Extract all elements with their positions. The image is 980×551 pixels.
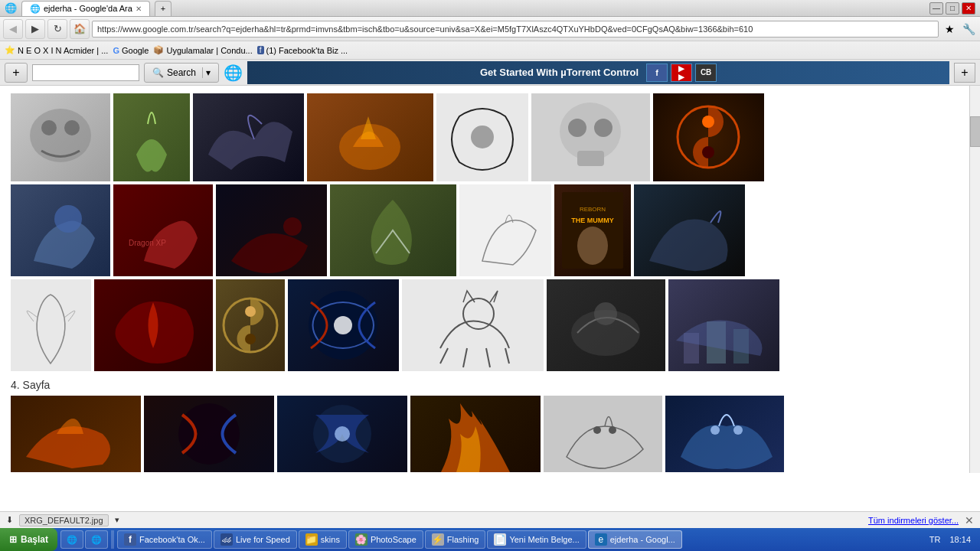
image-horse-fire[interactable] (307, 93, 433, 181)
status-dropdown-arrow[interactable]: ▾ (115, 515, 119, 525)
svg-line-28 (505, 348, 509, 364)
facebook-banner-icon[interactable]: f (646, 64, 668, 82)
image-dark-horse[interactable] (547, 279, 665, 371)
image-red-blue-dragon-circle[interactable] (144, 396, 274, 472)
taskbar-yenimetin[interactable]: 📄 Yeni Metin Belge... (487, 530, 586, 549)
bookmark-item-uygulamalar[interactable]: 📦 Uygulamalar | Condu... (153, 45, 252, 55)
notepad-icon: 📄 (494, 533, 506, 546)
maximize-btn[interactable]: □ (946, 2, 959, 15)
taskbar-flashing[interactable]: ⚡ Flashing (425, 530, 486, 549)
image-black-dragon-swirl[interactable] (436, 93, 528, 181)
utorrent-banner: Get Started With µTorrent Control f ▶▶ C… (247, 61, 949, 84)
bookmark-item-facebook[interactable]: f (1) Facebook'ta Biz ... (257, 46, 348, 55)
taskbar-ejderha[interactable]: e ejderha - Googl... (588, 530, 682, 549)
live-label: Live for Speed (236, 535, 290, 544)
image-fairy-dragon[interactable] (11, 279, 91, 371)
svg-point-7 (594, 119, 612, 137)
toolbar-search-btn[interactable]: 🔍 Search ▾ (144, 63, 219, 83)
window-controls: — □ ✕ (929, 2, 975, 15)
down-arrow-icon: ⬇ (6, 515, 13, 525)
status-bar: ⬇ XRG_DEFAULT2.jpg ▾ Tüm indirmeleri gös… (0, 511, 980, 528)
taskbar-skins[interactable]: 📁 skins (299, 530, 347, 549)
clock: 18:14 (946, 533, 974, 546)
address-bar[interactable]: https://www.google.com.tr/search?q=ejder… (92, 21, 939, 37)
bookmark-item-neoxin[interactable]: ⭐ N E O X I N Acmider | ... (5, 45, 108, 55)
play-banner-icon[interactable]: ▶▶ (671, 64, 692, 82)
taskbar-live[interactable]: 🏎 Live for Speed (214, 530, 297, 549)
image-red-swirl-dragon[interactable] (94, 279, 213, 371)
home-btn[interactable]: 🏠 (70, 19, 90, 39)
image-sketch-dragon-2[interactable] (544, 396, 662, 472)
back-btn[interactable]: ◀ (3, 19, 23, 39)
image-green-tree-dragon[interactable] (330, 184, 456, 276)
browser-tab[interactable]: 🌐 ejderha - Google'da Ara ✕ (21, 1, 150, 16)
taskbar-ie2[interactable]: 🌐 (85, 530, 108, 549)
address-url: https://www.google.com.tr/search?q=ejder… (97, 24, 753, 34)
image-row-2: Dragon XP REB (11, 184, 969, 276)
bookmark-item-google[interactable]: G Google (113, 46, 149, 55)
search-icon: 🔍 (152, 67, 164, 78)
new-tab-btn[interactable]: + (155, 1, 172, 16)
status-close-btn[interactable]: ✕ (965, 514, 974, 527)
minimize-btn[interactable]: — (929, 2, 943, 15)
cb-banner-icon[interactable]: CB (695, 64, 717, 82)
yenimetin-label: Yeni Metin Belge... (509, 535, 579, 544)
image-mummy-poster[interactable]: REBORN THE MUMMY (554, 184, 631, 276)
image-blue-icy-dragon[interactable] (665, 396, 784, 472)
image-row-3 (11, 279, 969, 371)
toolbar: + 🔍 Search ▾ 🌐 Get Started With µTorrent… (0, 60, 980, 86)
image-sketch-dragon[interactable] (459, 184, 551, 276)
image-fire-dragon[interactable] (410, 396, 541, 472)
image-city-dragon[interactable] (668, 279, 779, 371)
page-header: 4. Sayfa (11, 379, 969, 391)
tab-close-btn[interactable]: ✕ (136, 5, 142, 13)
svg-line-26 (463, 348, 467, 367)
bookmarks-bar: ⭐ N E O X I N Acmider | ... G Google 📦 U… (0, 41, 980, 60)
image-blue-round-dragon[interactable] (277, 396, 407, 472)
image-green-dragon[interactable] (113, 93, 190, 181)
title-bar: 🌐 🌐 ejderha - Google'da Ara ✕ + — □ ✕ (0, 0, 980, 17)
image-orange-fire-dragon[interactable] (11, 396, 141, 472)
refresh-btn[interactable]: ↻ (47, 19, 67, 39)
start-icon: ⊞ (9, 534, 17, 545)
image-blue-red-dragon[interactable] (288, 279, 399, 371)
image-cartoon-dragon[interactable] (402, 279, 544, 371)
toolbar-add-btn[interactable]: + (5, 63, 28, 83)
taskbar-photoscape[interactable]: 🌸 PhotoScape (348, 530, 423, 549)
svg-line-25 (440, 348, 448, 364)
image-dark-flying-dragon[interactable] (193, 93, 304, 181)
ejderha-label: ejderha - Googl... (610, 535, 675, 544)
photoscape-label: PhotoScape (371, 535, 416, 544)
star-icon: ⭐ (5, 45, 15, 55)
image-dragon-skull[interactable] (11, 93, 110, 181)
search-dropdown-arrow[interactable]: ▾ (202, 67, 211, 78)
svg-text:REBORN: REBORN (580, 206, 606, 213)
svg-line-27 (486, 348, 490, 367)
taskbar-facebook[interactable]: f Facebook'ta Ok... (117, 530, 212, 549)
toolbar-end-btn[interactable]: + (954, 63, 975, 83)
image-yinyang-gold[interactable] (216, 279, 285, 371)
close-btn[interactable]: ✕ (962, 2, 975, 15)
forward-btn[interactable]: ▶ (25, 19, 45, 39)
start-button[interactable]: ⊞ Başlat (0, 528, 57, 551)
image-dark-dino[interactable] (216, 184, 327, 276)
lang-indicator: TR (926, 533, 944, 546)
image-skull-art[interactable] (531, 93, 650, 181)
tools-btn[interactable]: 🔧 (960, 21, 977, 37)
taskbar-ie1[interactable]: 🌐 (60, 530, 83, 549)
nav-icons: ★ 🔧 (941, 21, 977, 37)
image-red-dragon[interactable]: Dragon XP (113, 184, 213, 276)
star-btn[interactable]: ★ (941, 21, 958, 37)
flashing-icon: ⚡ (432, 533, 444, 546)
image-yinyang-dragon[interactable] (653, 93, 764, 181)
scroll-thumb[interactable] (970, 116, 980, 147)
fb-bookmark-icon: f (257, 46, 264, 54)
scrollbar[interactable] (969, 86, 980, 473)
image-blue-sitting-dragon[interactable] (11, 184, 110, 276)
svg-text:Dragon XP: Dragon XP (129, 239, 166, 247)
flashing-label: Flashing (447, 535, 479, 544)
toolbar-search-input[interactable] (32, 64, 139, 81)
status-download-link[interactable]: Tüm indirmeleri göster... (868, 516, 959, 525)
image-dark-fantasy[interactable] (634, 184, 745, 276)
svg-point-10 (702, 116, 714, 128)
